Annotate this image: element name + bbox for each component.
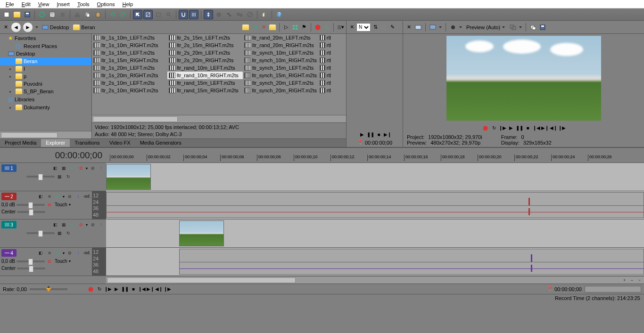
nav-back-button[interactable]: ◄ bbox=[11, 22, 21, 32]
file-item[interactable]: rtl bbox=[318, 49, 332, 57]
add-to-favorites-icon[interactable]: ▷ bbox=[282, 24, 290, 31]
tab-media-generators[interactable]: Media Generators bbox=[135, 139, 186, 147]
chevron-down-icon[interactable] bbox=[519, 25, 522, 30]
file-item[interactable]: ltr_2s_20m_RIGHT.m2ts bbox=[167, 57, 243, 64]
level-slider[interactable] bbox=[26, 176, 55, 178]
compositing-icon[interactable]: ▦ bbox=[56, 229, 63, 236]
file-item[interactable]: ltr_synch_20m_RIGHT.m2ts bbox=[243, 87, 318, 94]
mode-label[interactable]: Touch bbox=[55, 202, 67, 207]
ignore-grouping-icon[interactable] bbox=[235, 10, 244, 19]
tab-explorer[interactable]: Explorer bbox=[41, 139, 70, 147]
tl-stop-button[interactable]: ■ bbox=[130, 285, 137, 293]
track-motion-icon[interactable]: ↻ bbox=[65, 229, 72, 236]
track-settings-icon[interactable]: ✿ bbox=[77, 221, 84, 228]
interactive-tutorial-icon[interactable] bbox=[260, 10, 269, 19]
open-icon[interactable] bbox=[12, 10, 22, 19]
preview-device-icon[interactable] bbox=[414, 24, 422, 31]
volume-slider[interactable] bbox=[17, 260, 45, 262]
pause-button[interactable]: ❚❚ bbox=[516, 124, 523, 131]
file-item[interactable]: ltr_1s_10m_LEFT.m2ts bbox=[92, 34, 167, 41]
search-icon[interactable] bbox=[323, 24, 330, 31]
tl-loop-button[interactable]: ↻ bbox=[96, 285, 103, 293]
track-header-2[interactable]: 2◧⤨⬙▾⊘!-Inf.0,0 dB✿Touch▾Center bbox=[0, 191, 92, 219]
zoom-tool-icon[interactable] bbox=[164, 10, 173, 19]
auto-crossfade-icon[interactable] bbox=[204, 10, 213, 19]
tree-item-recent-places[interactable]: Recent Places bbox=[0, 42, 91, 50]
snap-icon[interactable] bbox=[179, 10, 188, 19]
mode-label[interactable]: Touch bbox=[55, 259, 67, 264]
file-item[interactable]: ltr_rand_10m_RIGHT.m2ts bbox=[167, 72, 243, 79]
file-item[interactable]: ltr_1s_20m_RIGHT.m2ts bbox=[92, 72, 167, 79]
menu-options[interactable]: Options bbox=[93, 1, 119, 8]
preview-fx-icon[interactable] bbox=[449, 24, 457, 31]
file-item[interactable]: ltr_1s_20m_LEFT.m2ts bbox=[92, 64, 167, 72]
preview-quality-dropdown[interactable]: Preview (Auto) bbox=[464, 24, 507, 31]
help-icon[interactable]: ? bbox=[274, 10, 284, 19]
record-button[interactable]: ⬤ bbox=[482, 124, 489, 131]
tab-transitions[interactable]: Transitions bbox=[70, 139, 104, 147]
tree-item-dokumenty[interactable]: ▸Dokumenty bbox=[0, 104, 91, 111]
tl-record-button[interactable]: ⬤ bbox=[87, 285, 95, 293]
zoom-fit-icon[interactable]: ▫ bbox=[636, 276, 643, 284]
invert-phase-icon[interactable]: ⤨ bbox=[46, 193, 53, 200]
rate-scrubber[interactable] bbox=[45, 285, 52, 293]
nav-forward-button[interactable]: ► bbox=[23, 22, 33, 32]
file-item[interactable]: rtl bbox=[318, 79, 332, 87]
play-button[interactable]: ▶ bbox=[507, 124, 515, 131]
next-frame-button[interactable]: ❙▶ bbox=[558, 124, 566, 131]
track-content[interactable] bbox=[106, 191, 644, 219]
file-hscroll[interactable] bbox=[92, 115, 346, 122]
file-item[interactable]: ltr_synch_15m_RIGHT.m2ts bbox=[243, 72, 318, 79]
go-start-button[interactable]: ❙◀ bbox=[533, 124, 540, 131]
file-item[interactable]: ltr_1s_10m_RIGHT.m2ts bbox=[92, 41, 167, 49]
tl-go-end-button[interactable]: ▶❙ bbox=[147, 285, 154, 293]
tree-item-libraries[interactable]: ▤Libraries bbox=[0, 95, 91, 104]
go-end-button[interactable]: ▶❙ bbox=[541, 124, 549, 131]
timeline-timecode[interactable]: 00:00:00;00 bbox=[0, 148, 106, 162]
snap-grid-icon[interactable] bbox=[189, 10, 198, 19]
file-item[interactable]: ltr_2s_10m_LEFT.m2ts bbox=[92, 79, 167, 87]
file-item[interactable]: ltr_rand_15m_LEFT.m2ts bbox=[167, 79, 243, 87]
breadcrumb-desktop[interactable]: Desktop bbox=[41, 24, 70, 31]
file-item[interactable]: ltr_synch_10m_RIGHT.m2ts bbox=[243, 57, 318, 64]
mute-icon[interactable]: ⊘ bbox=[89, 221, 96, 228]
trimmer-fx-icon[interactable] bbox=[380, 24, 388, 31]
prev-frame-button[interactable]: ◀❙ bbox=[550, 124, 557, 131]
list-icon[interactable] bbox=[58, 10, 67, 19]
solo-icon[interactable]: ! bbox=[98, 165, 105, 172]
menu-file[interactable]: File bbox=[2, 1, 18, 8]
automation-icon[interactable]: ⬙ bbox=[54, 250, 61, 257]
video-clip[interactable] bbox=[106, 164, 151, 190]
solo-icon[interactable]: ! bbox=[98, 221, 105, 228]
file-item[interactable]: ltr_2s_10m_RIGHT.m2ts bbox=[92, 87, 167, 94]
file-item[interactable]: ltr_2s_15m_RIGHT.m2ts bbox=[167, 41, 243, 49]
paste-icon[interactable] bbox=[93, 10, 103, 19]
preview-close-icon[interactable]: ✕ bbox=[405, 24, 413, 31]
track-fx-icon[interactable]: ▦ bbox=[60, 221, 67, 228]
audio-clip[interactable] bbox=[179, 262, 644, 275]
tl-go-start-button[interactable]: ❙◀ bbox=[138, 285, 146, 293]
breadcrumb-current[interactable]: Beran bbox=[72, 24, 96, 31]
preview-save-icon[interactable] bbox=[539, 24, 546, 31]
menu-help[interactable]: Help bbox=[119, 1, 137, 8]
up-folder-icon[interactable] bbox=[242, 24, 249, 31]
trimmer-stop-icon[interactable]: ■ bbox=[375, 130, 383, 138]
compositing-icon[interactable]: ▦ bbox=[56, 173, 63, 180]
file-item[interactable]: rtl bbox=[318, 64, 332, 72]
volume-slider[interactable] bbox=[17, 204, 45, 206]
refresh-icon[interactable] bbox=[251, 24, 258, 31]
file-item[interactable]: ltr_2s_20m_LEFT.m2ts bbox=[167, 49, 243, 57]
menu-view[interactable]: View bbox=[34, 1, 53, 8]
tl-play-button[interactable]: ▶ bbox=[113, 285, 120, 293]
cut-icon[interactable] bbox=[73, 10, 82, 19]
zoom-in-icon[interactable]: + bbox=[621, 276, 628, 284]
view-mode-icon[interactable]: ▾ bbox=[337, 24, 344, 31]
bypass-fx-icon[interactable]: ◧ bbox=[37, 193, 44, 200]
automation-icon[interactable]: ⬙ bbox=[69, 221, 76, 228]
normal-edit-tool-icon[interactable] bbox=[133, 10, 142, 19]
track-header-3[interactable]: 3◧▦⬙✿▾⊘!▦↻ bbox=[0, 219, 106, 247]
flag-icon[interactable]: ⚑ bbox=[300, 24, 308, 31]
properties-icon[interactable] bbox=[48, 10, 57, 19]
file-item[interactable]: ltr_synch_20m_LEFT.m2ts bbox=[243, 79, 318, 87]
tree-hscroll[interactable] bbox=[0, 131, 91, 138]
